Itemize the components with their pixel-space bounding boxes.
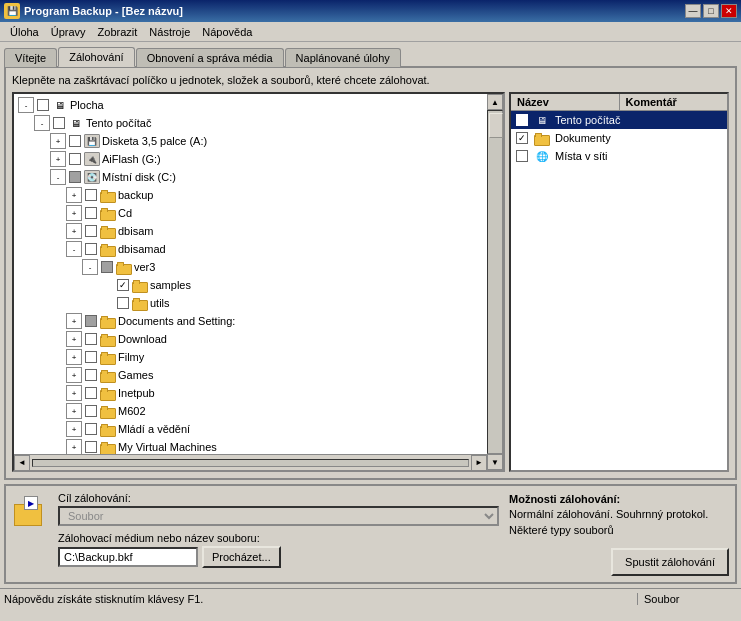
expander-docsets[interactable]: + xyxy=(66,313,82,329)
folder-icon-games xyxy=(100,368,116,382)
checkbox-myvms[interactable] xyxy=(85,441,97,453)
expander-mladi[interactable]: + xyxy=(66,421,82,437)
expander-ver3[interactable]: - xyxy=(82,259,98,275)
maximize-button[interactable]: □ xyxy=(703,4,719,18)
tree-item-inetpub[interactable]: + Inetpub xyxy=(16,384,501,402)
scroll-left-arrow[interactable]: ◄ xyxy=(14,455,30,471)
menubar: Úloha Úpravy Zobrazit Nástroje Nápověda xyxy=(0,22,741,42)
file-field: Soubor xyxy=(58,506,499,526)
checkbox-dbisam[interactable] xyxy=(85,225,97,237)
tab-vitejte[interactable]: Vítejte xyxy=(4,48,57,67)
expander-m602[interactable]: + xyxy=(66,403,82,419)
tree-item-backup[interactable]: + backup xyxy=(16,186,501,204)
scroll-right-arrow[interactable]: ► xyxy=(471,455,487,471)
tree-item-m602[interactable]: + M602 xyxy=(16,402,501,420)
checkbox-inetpub[interactable] xyxy=(85,387,97,399)
folder-icon-samples xyxy=(132,278,148,292)
scroll-down-arrow[interactable]: ▼ xyxy=(487,454,503,470)
tree-panel[interactable]: - 🖥 Plocha - 🖥 Tento počítač xyxy=(12,92,505,472)
expander-games[interactable]: + xyxy=(66,367,82,383)
expander-cd[interactable]: + xyxy=(66,205,82,221)
folder-icon-mladi xyxy=(100,422,116,436)
checkbox-backup[interactable] xyxy=(85,189,97,201)
tree-item-aiflash[interactable]: + 🔌 AiFlash (G:) xyxy=(16,150,501,168)
checkbox-games[interactable] xyxy=(85,369,97,381)
tree-item-mistni[interactable]: - 💽 Místní disk (C:) xyxy=(16,168,501,186)
expander-backup[interactable]: + xyxy=(66,187,82,203)
minimize-button[interactable]: — xyxy=(685,4,701,18)
content-area: Klepněte na zaškrtávací políčko u jednot… xyxy=(4,66,737,480)
titlebar: 💾 Program Backup - [Bez názvu] — □ ✕ xyxy=(0,0,741,22)
folder-icon-ver3 xyxy=(116,260,132,274)
checkbox-docsets[interactable] xyxy=(85,315,97,327)
checkbox-right-tento-pc[interactable] xyxy=(516,114,528,126)
checkbox-mladi[interactable] xyxy=(85,423,97,435)
checkbox-filmy[interactable] xyxy=(85,351,97,363)
expander-dbisam[interactable]: + xyxy=(66,223,82,239)
drive-icon-disketa: 💾 xyxy=(84,134,100,148)
menu-uloha[interactable]: Úloha xyxy=(4,24,45,40)
titlebar-buttons: — □ ✕ xyxy=(685,4,737,18)
checkbox-utils[interactable] xyxy=(117,297,129,309)
folder-icon-right-dokumenty xyxy=(534,131,550,145)
tab-obnoveni[interactable]: Obnovení a správa média xyxy=(136,48,284,67)
tree-item-games[interactable]: + Games xyxy=(16,366,501,384)
tree-item-utils[interactable]: utils xyxy=(16,294,501,312)
checkbox-right-mista[interactable] xyxy=(516,150,528,162)
checkbox-tento-pc[interactable] xyxy=(53,117,65,129)
menu-nastroje[interactable]: Nástroje xyxy=(143,24,196,40)
browse-button[interactable]: Procházet... xyxy=(202,546,281,568)
expander-dbisamad[interactable]: - xyxy=(66,241,82,257)
tree-scroll[interactable]: - 🖥 Plocha - 🖥 Tento počítač xyxy=(14,94,503,470)
expander-disketa[interactable]: + xyxy=(50,133,66,149)
checkbox-plocha[interactable] xyxy=(37,99,49,111)
tree-item-disketa[interactable]: + 💾 Disketa 3,5 palce (A:) xyxy=(16,132,501,150)
menu-napoveda[interactable]: Nápověda xyxy=(196,24,258,40)
tree-item-mladi[interactable]: + Mládí a vědění xyxy=(16,420,501,438)
filepath-input[interactable] xyxy=(58,547,198,567)
checkbox-download[interactable] xyxy=(85,333,97,345)
expander-inetpub[interactable]: + xyxy=(66,385,82,401)
tree-item-filmy[interactable]: + Filmy xyxy=(16,348,501,366)
checkbox-right-dokumenty[interactable] xyxy=(516,132,528,144)
right-item-mista[interactable]: 🌐 Místa v síti xyxy=(511,147,727,165)
computer-icon-right: 🖥 xyxy=(534,113,550,127)
checkbox-samples[interactable] xyxy=(117,279,129,291)
col-nazev: Název xyxy=(511,94,620,110)
expander-mistni[interactable]: - xyxy=(50,169,66,185)
computer-icon: 🖥 xyxy=(68,116,84,130)
tree-item-cd[interactable]: + Cd xyxy=(16,204,501,222)
tree-item-ver3[interactable]: - ver3 xyxy=(16,258,501,276)
expander-tento-pc[interactable]: - xyxy=(34,115,50,131)
scroll-up-arrow[interactable]: ▲ xyxy=(487,94,503,110)
expander-plocha[interactable]: - xyxy=(18,97,34,113)
expander-myvms[interactable]: + xyxy=(66,439,82,455)
tree-item-samples[interactable]: samples xyxy=(16,276,501,294)
expander-aiflash[interactable]: + xyxy=(50,151,66,167)
expander-download[interactable]: + xyxy=(66,331,82,347)
menu-zobrazit[interactable]: Zobrazit xyxy=(92,24,144,40)
tree-item-docsets[interactable]: + Documents and Setting: xyxy=(16,312,501,330)
tree-item-plocha[interactable]: - 🖥 Plocha xyxy=(16,96,501,114)
file-select[interactable]: Soubor xyxy=(58,506,499,526)
tree-item-tento-pc[interactable]: - 🖥 Tento počítač xyxy=(16,114,501,132)
right-item-tento-pc[interactable]: 🖥 Tento počítač xyxy=(511,111,727,129)
menu-upravy[interactable]: Úpravy xyxy=(45,24,92,40)
checkbox-mistni[interactable] xyxy=(69,171,81,183)
right-item-dokumenty[interactable]: Dokumenty xyxy=(511,129,727,147)
tree-item-dbisamad[interactable]: - dbisamad xyxy=(16,240,501,258)
checkbox-cd[interactable] xyxy=(85,207,97,219)
checkbox-m602[interactable] xyxy=(85,405,97,417)
checkbox-dbisamad[interactable] xyxy=(85,243,97,255)
start-backup-button[interactable]: Spustit zálohování xyxy=(611,548,729,576)
tab-zalohovani[interactable]: Zálohování xyxy=(58,47,134,67)
checkbox-aiflash[interactable] xyxy=(69,153,81,165)
tab-naplanovane[interactable]: Naplánované úlohy xyxy=(285,48,401,67)
tree-item-download[interactable]: + Download xyxy=(16,330,501,348)
checkbox-ver3[interactable] xyxy=(101,261,113,273)
close-button[interactable]: ✕ xyxy=(721,4,737,18)
checkbox-disketa[interactable] xyxy=(69,135,81,147)
expander-filmy[interactable]: + xyxy=(66,349,82,365)
titlebar-left: 💾 Program Backup - [Bez názvu] xyxy=(4,3,183,19)
tree-item-dbisam[interactable]: + dbisam xyxy=(16,222,501,240)
